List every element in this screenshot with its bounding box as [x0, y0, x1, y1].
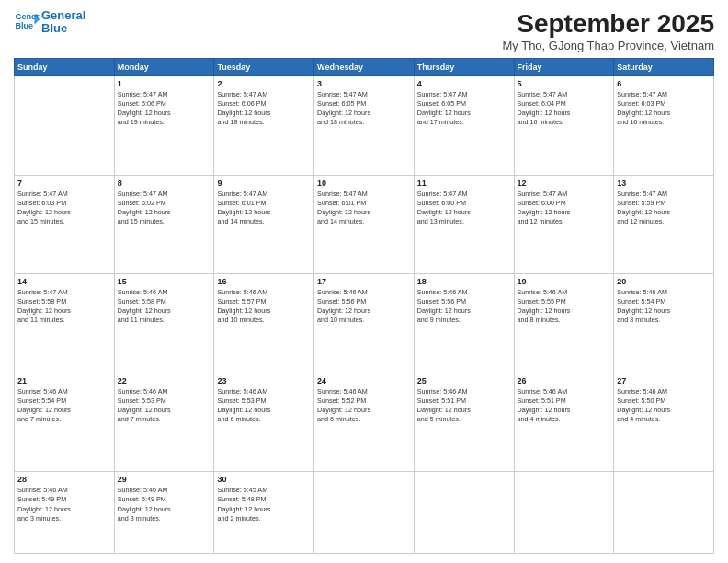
calendar-cell: 23Sunrise: 5:46 AMSunset: 5:53 PMDayligh… [214, 373, 314, 472]
calendar-cell: 4Sunrise: 5:47 AMSunset: 6:05 PMDaylight… [414, 76, 514, 176]
day-info: Sunrise: 5:46 AMSunset: 5:50 PMDaylight:… [617, 387, 711, 424]
calendar-cell: 25Sunrise: 5:46 AMSunset: 5:51 PMDayligh… [414, 373, 514, 472]
day-info: Sunrise: 5:46 AMSunset: 5:56 PMDaylight:… [417, 288, 511, 325]
calendar-cell: 14Sunrise: 5:47 AMSunset: 5:58 PMDayligh… [15, 274, 115, 373]
day-number: 28 [17, 475, 111, 484]
day-number: 11 [417, 178, 511, 188]
page: General Blue General Blue September 2025… [0, 0, 728, 563]
day-info: Sunrise: 5:47 AMSunset: 6:01 PMDaylight:… [317, 190, 411, 226]
main-title: September 2025 [502, 9, 714, 39]
calendar-cell: 20Sunrise: 5:46 AMSunset: 5:54 PMDayligh… [614, 274, 714, 373]
day-info: Sunrise: 5:47 AMSunset: 6:03 PMDaylight:… [617, 90, 711, 127]
calendar-cell: 27Sunrise: 5:46 AMSunset: 5:50 PMDayligh… [614, 373, 714, 472]
title-block: September 2025 My Tho, GJong Thap Provin… [502, 9, 714, 52]
day-number: 2 [217, 79, 311, 88]
day-info: Sunrise: 5:45 AMSunset: 5:48 PMDaylight:… [217, 486, 311, 523]
day-number: 22 [118, 376, 211, 385]
day-number: 1 [118, 79, 211, 88]
weekday-header-monday: Monday [114, 59, 214, 76]
calendar-cell: 18Sunrise: 5:46 AMSunset: 5:56 PMDayligh… [414, 274, 514, 373]
calendar-cell: 6Sunrise: 5:47 AMSunset: 6:03 PMDaylight… [614, 76, 714, 176]
calendar-cell: 26Sunrise: 5:46 AMSunset: 5:51 PMDayligh… [514, 373, 614, 472]
day-number: 6 [617, 79, 711, 88]
day-number: 5 [518, 79, 611, 88]
day-info: Sunrise: 5:46 AMSunset: 5:55 PMDaylight:… [518, 288, 611, 325]
calendar-week-4: 21Sunrise: 5:46 AMSunset: 5:54 PMDayligh… [15, 373, 714, 472]
weekday-header-tuesday: Tuesday [214, 59, 314, 76]
day-info: Sunrise: 5:47 AMSunset: 6:00 PMDaylight:… [518, 190, 611, 226]
day-number: 19 [518, 277, 611, 286]
day-number: 27 [617, 376, 711, 385]
day-info: Sunrise: 5:46 AMSunset: 5:53 PMDaylight:… [217, 387, 311, 424]
calendar-week-2: 7Sunrise: 5:47 AMSunset: 6:03 PMDaylight… [15, 175, 714, 274]
day-info: Sunrise: 5:47 AMSunset: 6:06 PMDaylight:… [118, 90, 211, 127]
calendar-cell: 19Sunrise: 5:46 AMSunset: 5:55 PMDayligh… [514, 274, 614, 373]
day-info: Sunrise: 5:46 AMSunset: 5:51 PMDaylight:… [518, 387, 611, 424]
day-info: Sunrise: 5:46 AMSunset: 5:51 PMDaylight:… [417, 387, 511, 424]
day-info: Sunrise: 5:46 AMSunset: 5:58 PMDaylight:… [118, 288, 211, 325]
calendar-cell: 13Sunrise: 5:47 AMSunset: 5:59 PMDayligh… [614, 175, 714, 274]
calendar-cell: 11Sunrise: 5:47 AMSunset: 6:00 PMDayligh… [414, 175, 514, 274]
weekday-header-friday: Friday [514, 59, 614, 76]
day-number: 21 [17, 376, 111, 385]
calendar-cell: 5Sunrise: 5:47 AMSunset: 6:04 PMDaylight… [514, 76, 614, 176]
calendar-cell: 7Sunrise: 5:47 AMSunset: 6:03 PMDaylight… [15, 175, 115, 274]
day-number: 26 [518, 376, 611, 385]
logo-icon: General Blue [14, 9, 40, 35]
calendar-cell: 8Sunrise: 5:47 AMSunset: 6:02 PMDaylight… [114, 175, 214, 274]
calendar-week-3: 14Sunrise: 5:47 AMSunset: 5:58 PMDayligh… [15, 274, 714, 373]
calendar-cell: 24Sunrise: 5:46 AMSunset: 5:52 PMDayligh… [314, 373, 415, 472]
weekday-header-saturday: Saturday [614, 59, 714, 76]
day-info: Sunrise: 5:47 AMSunset: 6:01 PMDaylight:… [217, 190, 311, 226]
calendar-cell: 15Sunrise: 5:46 AMSunset: 5:58 PMDayligh… [114, 274, 214, 373]
day-number: 18 [417, 277, 511, 286]
calendar-cell: 30Sunrise: 5:45 AMSunset: 5:48 PMDayligh… [214, 472, 314, 554]
logo: General Blue General Blue [14, 9, 85, 36]
calendar-week-5: 28Sunrise: 5:46 AMSunset: 5:49 PMDayligh… [15, 472, 714, 554]
day-info: Sunrise: 5:47 AMSunset: 6:00 PMDaylight:… [417, 190, 511, 226]
calendar-cell [414, 472, 514, 554]
svg-text:Blue: Blue [15, 21, 33, 30]
day-info: Sunrise: 5:47 AMSunset: 6:04 PMDaylight:… [518, 90, 611, 127]
logo-general: General [41, 9, 85, 22]
calendar-cell: 16Sunrise: 5:46 AMSunset: 5:57 PMDayligh… [214, 274, 314, 373]
calendar-cell: 12Sunrise: 5:47 AMSunset: 6:00 PMDayligh… [514, 175, 614, 274]
day-info: Sunrise: 5:47 AMSunset: 6:05 PMDaylight:… [317, 90, 411, 127]
day-number: 12 [518, 178, 611, 188]
day-info: Sunrise: 5:46 AMSunset: 5:52 PMDaylight:… [317, 387, 411, 424]
day-info: Sunrise: 5:47 AMSunset: 5:58 PMDaylight:… [17, 288, 111, 325]
day-info: Sunrise: 5:46 AMSunset: 5:57 PMDaylight:… [217, 288, 311, 325]
day-info: Sunrise: 5:47 AMSunset: 5:59 PMDaylight:… [617, 190, 711, 226]
day-number: 20 [617, 277, 711, 286]
calendar-cell: 21Sunrise: 5:46 AMSunset: 5:54 PMDayligh… [15, 373, 115, 472]
day-info: Sunrise: 5:47 AMSunset: 6:06 PMDaylight:… [217, 90, 311, 127]
weekday-header-row: SundayMondayTuesdayWednesdayThursdayFrid… [15, 59, 714, 76]
day-number: 8 [118, 178, 211, 188]
day-number: 9 [217, 178, 311, 188]
subtitle: My Tho, GJong Thap Province, Vietnam [502, 39, 714, 52]
day-number: 14 [17, 277, 111, 286]
weekday-header-thursday: Thursday [414, 59, 514, 76]
day-info: Sunrise: 5:46 AMSunset: 5:54 PMDaylight:… [17, 387, 111, 424]
day-info: Sunrise: 5:46 AMSunset: 5:54 PMDaylight:… [617, 288, 711, 325]
calendar-cell: 2Sunrise: 5:47 AMSunset: 6:06 PMDaylight… [214, 76, 314, 176]
day-info: Sunrise: 5:47 AMSunset: 6:02 PMDaylight:… [118, 190, 211, 226]
logo-blue: Blue [41, 22, 85, 35]
calendar-table: SundayMondayTuesdayWednesdayThursdayFrid… [14, 58, 714, 554]
day-number: 15 [118, 277, 211, 286]
calendar-cell: 28Sunrise: 5:46 AMSunset: 5:49 PMDayligh… [15, 472, 115, 554]
calendar-week-1: 1Sunrise: 5:47 AMSunset: 6:06 PMDaylight… [15, 76, 714, 176]
calendar-cell [514, 472, 614, 554]
day-info: Sunrise: 5:47 AMSunset: 6:05 PMDaylight:… [417, 90, 511, 127]
day-info: Sunrise: 5:46 AMSunset: 5:49 PMDaylight:… [118, 486, 211, 523]
day-number: 24 [317, 376, 411, 385]
calendar-cell [614, 472, 714, 554]
header: General Blue General Blue September 2025… [14, 9, 714, 52]
calendar-cell: 29Sunrise: 5:46 AMSunset: 5:49 PMDayligh… [114, 472, 214, 554]
calendar-cell: 1Sunrise: 5:47 AMSunset: 6:06 PMDaylight… [114, 76, 214, 176]
day-info: Sunrise: 5:46 AMSunset: 5:53 PMDaylight:… [118, 387, 211, 424]
day-number: 10 [317, 178, 411, 188]
day-number: 7 [17, 178, 111, 188]
weekday-header-sunday: Sunday [15, 59, 115, 76]
calendar-cell: 22Sunrise: 5:46 AMSunset: 5:53 PMDayligh… [114, 373, 214, 472]
